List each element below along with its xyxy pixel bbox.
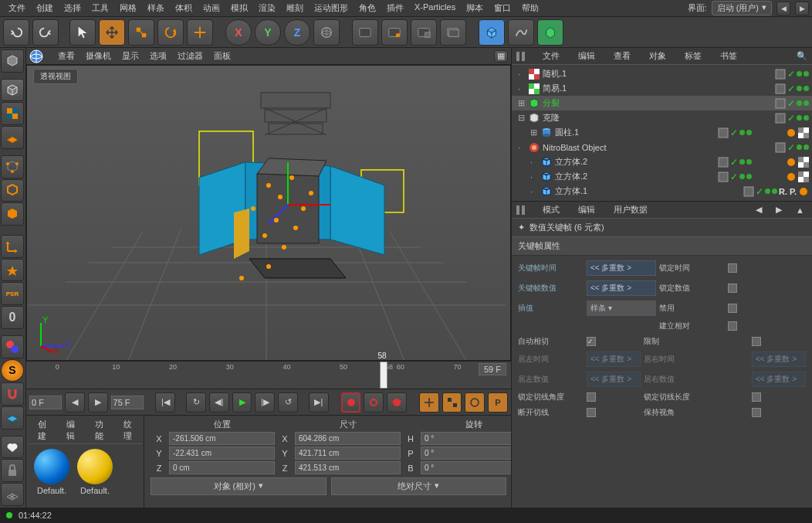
workplane-mode-button[interactable] — [1, 126, 24, 149]
menu-体积[interactable]: 体积 — [170, 2, 198, 14]
attr-value-dropdown[interactable]: << 多重数 > — [587, 260, 656, 276]
rotate-tool[interactable] — [157, 19, 184, 46]
mat-menu-功能[interactable]: 功能 — [90, 419, 109, 442]
point-mode-button[interactable] — [1, 155, 24, 178]
add-generator-button[interactable] — [537, 19, 563, 46]
vis-dot-icon[interactable] — [804, 100, 809, 106]
menu-创建[interactable]: 创建 — [31, 2, 59, 14]
render-queue-button[interactable] — [440, 19, 466, 46]
move-tool[interactable] — [99, 19, 125, 46]
render-settings-button[interactable] — [411, 19, 437, 46]
visibility-editor-icon[interactable]: ✓ — [756, 186, 763, 197]
workplane-pick-button[interactable] — [1, 406, 24, 430]
vp-menu-选项[interactable]: 选项 — [144, 50, 172, 62]
attr-nav-icon[interactable]: ▶ — [773, 205, 785, 215]
menu-选择[interactable]: 选择 — [59, 2, 86, 14]
menu-网格[interactable]: 网格 — [114, 2, 142, 14]
visibility-editor-icon[interactable]: ✓ — [730, 172, 738, 182]
checkbox[interactable] — [728, 284, 737, 293]
menu-样条[interactable]: 样条 — [142, 2, 170, 14]
x-axis-toggle[interactable]: X — [225, 19, 252, 46]
tag-icon[interactable] — [786, 172, 797, 182]
perspective-viewport[interactable]: 透视视图 — [26, 65, 511, 361]
vis-dot-icon[interactable] — [746, 159, 752, 165]
menu-模拟[interactable]: 模拟 — [225, 2, 253, 14]
expand-icon[interactable]: · — [530, 158, 538, 167]
visibility-editor-icon[interactable]: ✓ — [787, 83, 795, 94]
add-spline-button[interactable] — [508, 19, 534, 46]
size-input[interactable] — [295, 461, 401, 474]
objmgr-menu-查看[interactable]: 查看 — [608, 50, 636, 62]
object-row[interactable]: ·简易.1✓ — [512, 81, 812, 96]
checkbox[interactable] — [728, 321, 737, 331]
attr-value-dropdown[interactable]: << 多重数 > — [587, 372, 641, 387]
mat-menu-编辑[interactable]: 编辑 — [61, 419, 80, 442]
layer-icon[interactable] — [718, 157, 729, 168]
vp-menu-过滤器[interactable]: 过滤器 — [172, 50, 208, 62]
add-primitive-button[interactable] — [479, 19, 505, 46]
layer-icon[interactable] — [743, 201, 754, 202]
attr-value-dropdown[interactable]: 样条 ▾ — [587, 301, 656, 316]
layout-next-icon[interactable]: ▶ — [795, 2, 809, 15]
psr-reset-button[interactable]: PSR — [1, 282, 24, 305]
tag-icon[interactable] — [798, 172, 809, 182]
vp-menu-面板[interactable]: 面板 — [208, 50, 236, 62]
y-axis-toggle[interactable]: Y — [255, 19, 281, 46]
vis-dot-icon[interactable] — [797, 86, 802, 91]
attr-menu-模式[interactable]: 模式 — [537, 204, 565, 216]
layer-icon[interactable] — [775, 113, 786, 124]
checkbox[interactable] — [752, 408, 761, 417]
object-row[interactable]: ·随机.1✓ — [512, 66, 812, 81]
vis-dot-icon[interactable] — [739, 174, 745, 179]
object-row[interactable]: ·立方体.2✓ — [512, 169, 812, 184]
menu-窗口[interactable]: 窗口 — [489, 2, 516, 14]
visibility-editor-icon[interactable]: ✓ — [787, 98, 795, 109]
menu-雕刻[interactable]: 雕刻 — [281, 2, 309, 14]
record-button[interactable] — [341, 392, 361, 413]
start-frame-input[interactable] — [29, 396, 62, 409]
layer-icon[interactable] — [743, 186, 754, 197]
visibility-editor-icon[interactable]: ✓ — [756, 201, 763, 202]
vis-dot-icon[interactable] — [797, 100, 802, 106]
visibility-editor-icon[interactable]: ✓ — [787, 69, 795, 80]
tag-label[interactable]: R. P. — [779, 187, 797, 196]
vis-dot-icon[interactable] — [746, 130, 752, 135]
attr-nav-icon[interactable]: ▲ — [793, 205, 807, 215]
expand-icon[interactable]: · — [518, 143, 526, 152]
objmgr-menu-标签[interactable]: 标签 — [679, 50, 707, 62]
object-row[interactable]: ·立方体.3✓R. P. — [512, 199, 812, 201]
vis-dot-icon[interactable] — [765, 188, 770, 194]
snap-toggle-button[interactable] — [1, 335, 24, 358]
attr-nav-icon[interactable]: ◀ — [753, 205, 765, 215]
objmgr-menu-编辑[interactable]: 编辑 — [573, 50, 601, 62]
expand-icon[interactable]: · — [530, 172, 538, 182]
layer-icon[interactable] — [775, 69, 786, 80]
vis-dot-icon[interactable] — [804, 86, 809, 91]
undo-button[interactable] — [3, 19, 29, 46]
vis-dot-icon[interactable] — [797, 115, 802, 121]
layout-dropdown[interactable]: 启动 (用户) ▾ — [712, 1, 772, 15]
attr-menu-用户数据[interactable]: 用户数据 — [608, 204, 653, 216]
menu-插件[interactable]: 插件 — [381, 2, 409, 14]
attr-section-header[interactable]: 关键帧属性 — [512, 237, 812, 256]
layer-icon[interactable] — [775, 142, 786, 153]
texture-mode-button[interactable] — [1, 102, 24, 125]
select-tool[interactable] — [69, 19, 96, 46]
pos-input[interactable] — [169, 432, 275, 445]
tag-icon[interactable] — [786, 157, 797, 168]
vp-menu-显示[interactable]: 显示 — [117, 50, 144, 62]
polygon-mode-button[interactable] — [1, 202, 24, 226]
object-row[interactable]: ·立方体.2✓ — [512, 155, 812, 169]
prev-key-icon[interactable]: ◀ — [65, 392, 85, 413]
menu-角色[interactable]: 角色 — [354, 2, 381, 14]
checkbox[interactable] — [728, 304, 737, 313]
search-icon[interactable]: 🔍 — [797, 51, 807, 61]
vp-menu-查看[interactable]: 查看 — [52, 50, 80, 62]
menu-脚本[interactable]: 脚本 — [461, 2, 489, 14]
recent-tool[interactable] — [187, 19, 213, 46]
checkbox[interactable] — [752, 392, 761, 402]
expand-icon[interactable]: ⊟ — [518, 113, 526, 123]
coord-mode-dropdown[interactable]: 对象 (相对)▾ — [151, 477, 326, 495]
go-start-button[interactable]: |◀ — [155, 392, 175, 413]
layer-icon[interactable] — [718, 172, 729, 182]
